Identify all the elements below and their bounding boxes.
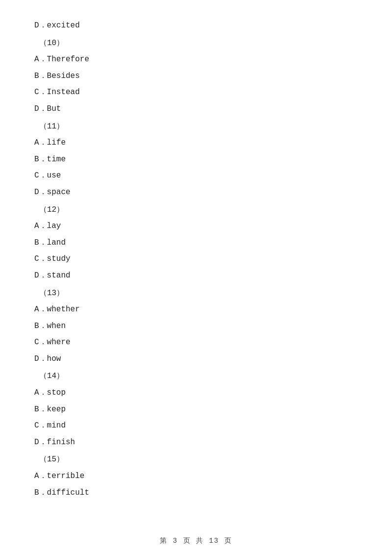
- b-keep: B．keep: [34, 404, 358, 416]
- main-content: D．excited（10）A．ThereforeB．BesidesC．Inste…: [0, 0, 392, 532]
- a-terrible: A．terrible: [34, 470, 358, 483]
- b-land: B．land: [34, 237, 358, 250]
- a-therefore: A．Therefore: [34, 53, 358, 66]
- c-where: C．where: [34, 336, 358, 349]
- c-instead: C．Instead: [34, 86, 358, 99]
- b-besides: B．Besides: [34, 70, 358, 83]
- a-life: A．life: [34, 137, 358, 150]
- d-excited: D．excited: [34, 20, 358, 32]
- d-space: D．space: [34, 186, 358, 199]
- num-14: （14）: [39, 370, 358, 383]
- num-10: （10）: [39, 37, 358, 50]
- b-difficult: B．difficult: [34, 487, 358, 500]
- a-stop: A．stop: [34, 387, 358, 400]
- d-finish: D．finish: [34, 436, 358, 449]
- num-13: （13）: [39, 287, 358, 300]
- c-mind: C．mind: [34, 420, 358, 432]
- num-11: （11）: [39, 121, 358, 133]
- a-lay: A．lay: [34, 220, 358, 233]
- num-12: （12）: [39, 204, 358, 217]
- num-15: （15）: [39, 454, 358, 466]
- a-whether: A．whether: [34, 303, 358, 316]
- b-time: B．time: [34, 153, 358, 166]
- d-how: D．how: [34, 353, 358, 366]
- c-study: C．study: [34, 253, 358, 266]
- b-when: B．when: [34, 320, 358, 333]
- page-footer: 第 3 页 共 13 页: [0, 536, 392, 545]
- c-use: C．use: [34, 170, 358, 182]
- d-but: D．But: [34, 103, 358, 116]
- d-stand: D．stand: [34, 270, 358, 282]
- footer-text: 第 3 页 共 13 页: [160, 537, 232, 545]
